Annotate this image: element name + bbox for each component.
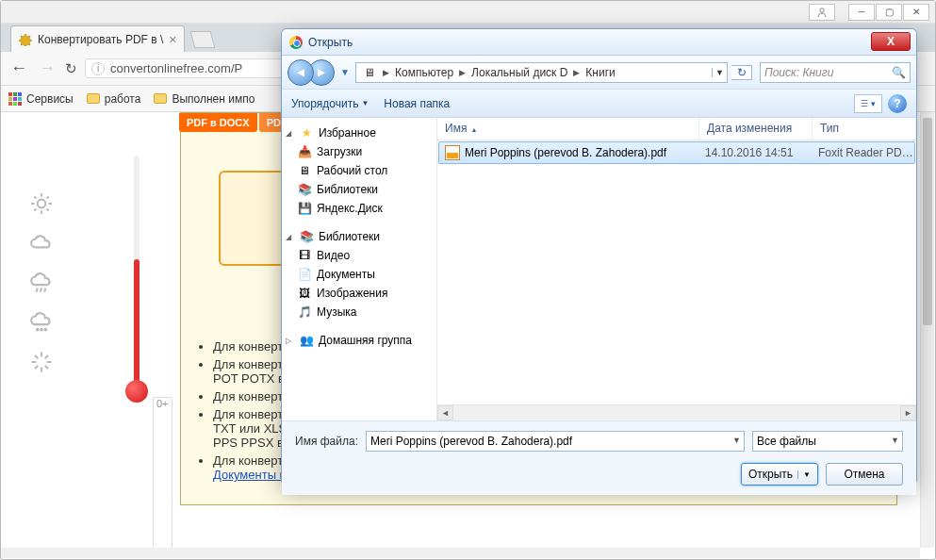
svg-line-12 <box>44 288 45 291</box>
folder-icon <box>87 93 100 104</box>
svg-line-10 <box>37 288 38 291</box>
refresh-button[interactable]: ↻ <box>731 65 752 80</box>
documents-icon: 📄 <box>297 267 312 282</box>
tab-title: Конвертировать PDF в \ <box>38 33 163 46</box>
breadcrumb-seg[interactable]: Локальный диск D <box>468 63 571 82</box>
snow-icon <box>27 308 56 337</box>
breadcrumb-seg[interactable]: Книги <box>582 63 618 82</box>
svg-line-11 <box>41 288 41 291</box>
filter-dropdown-icon: ▼ <box>891 436 899 445</box>
site-info-icon[interactable]: i <box>91 62 105 75</box>
tree-video[interactable]: 🎞Видео <box>282 246 436 265</box>
filename-label: Имя файла: <box>295 435 358 448</box>
filter-value: Все файлы <box>752 431 903 452</box>
tab-favicon-icon <box>19 33 32 46</box>
svg-point-1 <box>38 200 46 208</box>
file-row[interactable]: Meri Poppins (perevod B. Zahodera).pdf 1… <box>438 141 915 164</box>
back-button[interactable]: ← <box>8 58 29 78</box>
chrome-icon <box>289 36 303 49</box>
bookmark-folder-2[interactable]: Выполнен импо <box>154 92 255 106</box>
dialog-footer: Имя файла: ▼ Все файлы ▼ Открыть▼ Отмена <box>282 420 916 495</box>
new-tab-button[interactable] <box>190 31 216 48</box>
computer-icon: 🖥 <box>362 65 377 80</box>
page-tab-pdfdocx[interactable]: PDF в DOCX <box>179 113 257 132</box>
breadcrumb-dropdown[interactable]: ▼ <box>712 68 727 77</box>
tree-downloads[interactable]: 📥Загрузки <box>282 142 436 161</box>
window-close-button[interactable]: ✕ <box>903 4 929 21</box>
tree-homegroup[interactable]: ▷👥Домашняя группа <box>282 331 436 350</box>
list-hscrollbar[interactable]: ◄ ► <box>437 404 916 420</box>
page-hscrollbar[interactable] <box>1 548 920 558</box>
search-box[interactable]: Поиск: Книги 🔍 <box>760 62 911 83</box>
filename-input[interactable] <box>366 431 745 452</box>
nav-back-button[interactable]: ◄ <box>287 59 314 86</box>
rain-icon <box>27 269 56 297</box>
apps-button[interactable]: Сервисы <box>8 92 74 106</box>
scroll-left-button[interactable]: ◄ <box>437 405 453 420</box>
window-caption: ─ ▢ ✕ <box>1 1 935 24</box>
tree-music[interactable]: 🎵Музыка <box>282 303 436 321</box>
dialog-titlebar[interactable]: Открыть X <box>282 29 916 56</box>
file-name: Meri Poppins (perevod B. Zahodera).pdf <box>465 146 666 159</box>
column-name[interactable]: Имя▲ <box>437 118 699 140</box>
file-type: Foxit Reader PDF ... <box>811 146 914 159</box>
dialog-title: Открыть <box>308 36 353 49</box>
maximize-button[interactable]: ▢ <box>876 4 902 21</box>
search-icon: 🔍 <box>892 66 906 79</box>
organize-button[interactable]: Упорядочить▼ <box>291 97 369 110</box>
page-vscrollbar[interactable] <box>920 112 934 548</box>
music-icon: 🎵 <box>297 305 312 320</box>
minimize-button[interactable]: ─ <box>848 4 875 21</box>
filename-dropdown[interactable]: ▼ <box>732 436 741 445</box>
chevron-right-icon[interactable]: ▶ <box>457 68 468 77</box>
open-button[interactable]: Открыть▼ <box>741 463 818 486</box>
svg-line-21 <box>45 366 47 368</box>
tree-libraries-shortcut[interactable]: 📚Библиотеки <box>282 180 436 199</box>
breadcrumb[interactable]: 🖥 ▶ Компьютер ▶ Локальный диск D ▶ Книги… <box>355 62 728 83</box>
forward-button: → <box>37 58 57 78</box>
desktop-icon: 🖥 <box>297 163 312 178</box>
column-date[interactable]: Дата изменения <box>699 118 813 140</box>
svg-line-6 <box>34 196 36 198</box>
view-mode-button[interactable]: ☰ ▾ <box>854 94 882 113</box>
chevron-right-icon[interactable]: ▶ <box>381 68 391 77</box>
file-filter[interactable]: Все файлы ▼ <box>752 431 903 452</box>
sort-indicator-icon: ▲ <box>470 126 477 133</box>
svg-point-14 <box>41 329 42 331</box>
yadisk-icon: 💾 <box>297 201 312 216</box>
homegroup-icon: 👥 <box>299 333 314 348</box>
chevron-right-icon[interactable]: ▶ <box>571 68 582 77</box>
open-split-dropdown[interactable]: ▼ <box>797 470 811 479</box>
bookmark-label: Выполнен импо <box>172 92 255 106</box>
tree-favorites[interactable]: ◢★Избранное <box>282 124 436 142</box>
libraries-icon: 📚 <box>297 182 312 197</box>
libraries-icon: 📚 <box>299 229 314 244</box>
breadcrumb-seg[interactable]: Компьютер <box>391 63 457 82</box>
folder-icon <box>154 93 167 104</box>
new-folder-button[interactable]: Новая папка <box>384 97 450 110</box>
apps-label: Сервисы <box>26 92 74 106</box>
reload-button[interactable]: ↻ <box>65 60 77 77</box>
tree-libraries[interactable]: ◢📚Библиотеки <box>282 227 436 246</box>
tree-images[interactable]: 🖼Изображения <box>282 284 436 303</box>
nav-history-button[interactable]: ▼ <box>338 63 352 82</box>
dialog-nav: ◄ ► ▼ 🖥 ▶ Компьютер ▶ Локальный диск D ▶… <box>282 56 916 90</box>
breadcrumb-root[interactable]: 🖥 <box>358 63 381 82</box>
scroll-right-button[interactable]: ► <box>900 405 916 420</box>
svg-line-9 <box>46 196 48 198</box>
tree-documents[interactable]: 📄Документы <box>282 265 436 284</box>
loading-icon <box>27 348 56 376</box>
svg-point-0 <box>820 8 824 11</box>
dialog-close-button[interactable]: X <box>871 32 911 51</box>
open-file-dialog: Открыть X ◄ ► ▼ 🖥 ▶ Компьютер ▶ Локальны… <box>281 28 917 486</box>
browser-tab[interactable]: Конвертировать PDF в \ × <box>10 25 185 52</box>
column-type[interactable]: Тип <box>813 118 916 140</box>
help-button[interactable]: ? <box>888 94 907 113</box>
cancel-button[interactable]: Отмена <box>826 463 903 486</box>
tree-yandexdisk[interactable]: 💾Яндекс.Диск <box>282 199 436 218</box>
svg-line-7 <box>46 208 48 210</box>
bookmark-folder-1[interactable]: работа <box>87 92 141 106</box>
tree-desktop[interactable]: 🖥Рабочий стол <box>282 161 436 180</box>
tab-close-icon[interactable]: × <box>169 33 176 46</box>
user-button[interactable] <box>809 4 835 21</box>
